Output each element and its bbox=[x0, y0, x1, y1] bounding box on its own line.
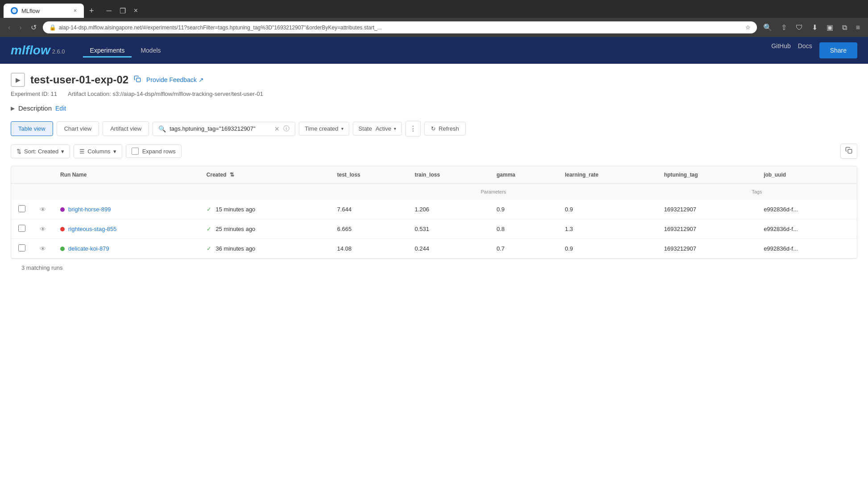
artifact-view-btn[interactable]: Artifact view bbox=[103, 121, 149, 136]
row-hptuning-tag-cell-1: 1693212907 bbox=[657, 219, 756, 239]
row-name-cell-2: delicate-koi-879 bbox=[53, 239, 199, 259]
expand-rows-label: Expand rows bbox=[142, 148, 176, 155]
tags-group-label: Tags bbox=[657, 184, 857, 200]
tab-close-btn[interactable]: × bbox=[74, 8, 77, 14]
row-eye-icon-0[interactable]: 👁 bbox=[40, 206, 46, 213]
feedback-link[interactable]: Provide Feedback ↗ bbox=[146, 76, 204, 83]
state-filter[interactable]: State Active ▾ bbox=[353, 122, 402, 136]
browser-controls-bar: ‹ › ↺ 🔒 aiap-14-dsp.mlflow.aisingapore.n… bbox=[0, 18, 868, 37]
nav-experiments[interactable]: Experiments bbox=[83, 43, 132, 58]
row-job-uuid-cell-2: e992836d-f... bbox=[756, 239, 857, 259]
nav-models[interactable]: Models bbox=[133, 43, 168, 58]
expand-rows-toggle[interactable]: Expand rows bbox=[126, 144, 182, 158]
sort-btn[interactable]: ⇅ Sort: Created ▾ bbox=[11, 144, 70, 158]
runs-table: Run Name Created ⇅ test_loss train_loss … bbox=[11, 166, 857, 259]
extensions-btn[interactable]: ⧉ bbox=[839, 22, 850, 33]
github-link[interactable]: GitHub bbox=[771, 42, 791, 58]
window-minimize-btn[interactable]: ─ bbox=[103, 4, 116, 17]
row-eye-icon-2[interactable]: 👁 bbox=[40, 245, 46, 252]
collapse-btn[interactable]: ▶ bbox=[11, 73, 25, 87]
experiment-title: test-user-01-exp-02 bbox=[30, 74, 128, 86]
row-job-uuid-cell-0: e992836d-f... bbox=[756, 200, 857, 219]
row-checkbox-0[interactable] bbox=[18, 205, 25, 212]
experiment-header: ▶ test-user-01-exp-02 Provide Feedback ↗ bbox=[11, 73, 857, 87]
search-bar[interactable]: 🔍 tags.hptuning_tag="1693212907" ✕ ⓘ bbox=[153, 122, 295, 136]
logo-flow: flow bbox=[25, 43, 50, 57]
toolbar-row1: Table view Chart view Artifact view 🔍 ta… bbox=[11, 121, 857, 136]
row-gamma-cell-0: 0.9 bbox=[489, 200, 558, 219]
run-name-link-0[interactable]: bright-horse-899 bbox=[68, 206, 111, 213]
run-dot-0 bbox=[60, 207, 65, 212]
row-gamma-cell-1: 0.8 bbox=[489, 219, 558, 239]
run-status-icon-1: ✓ bbox=[207, 226, 211, 232]
state-label: State bbox=[359, 125, 372, 132]
expand-rows-checkbox[interactable] bbox=[132, 148, 139, 155]
header-actions: GitHub Docs Share bbox=[771, 42, 857, 58]
browser-tab-active[interactable]: MLflow × bbox=[4, 4, 84, 18]
row-eye-icon-1[interactable]: 👁 bbox=[40, 226, 46, 233]
row-train-loss-cell-1: 0.531 bbox=[408, 219, 490, 239]
new-tab-btn[interactable]: + bbox=[86, 4, 98, 17]
address-bar[interactable]: 🔒 aiap-14-dsp.mlflow.aisingapore.net/#/e… bbox=[43, 21, 757, 33]
window-controls: ─ ❐ × bbox=[103, 4, 142, 17]
window-maximize-btn[interactable]: ❐ bbox=[116, 4, 129, 17]
logo-text: mlflow bbox=[11, 43, 50, 58]
download-btn[interactable]: ⬇ bbox=[809, 21, 820, 33]
row-created-cell-1: ✓ 25 minutes ago bbox=[199, 219, 330, 239]
main-nav: Experiments Models bbox=[83, 43, 168, 58]
window-close-btn[interactable]: × bbox=[130, 4, 142, 17]
menu-btn[interactable]: ≡ bbox=[853, 22, 863, 33]
description-section: ▶ Description Edit bbox=[11, 104, 857, 112]
chart-view-btn[interactable]: Chart view bbox=[57, 121, 99, 136]
copy-view-btn[interactable] bbox=[840, 144, 857, 159]
table-row: 👁 bright-horse-899 ✓ 15 minutes ago 7.64… bbox=[11, 200, 857, 219]
state-value: Active bbox=[376, 125, 391, 132]
svg-point-0 bbox=[12, 8, 17, 13]
experiment-id: Experiment ID: 11 bbox=[11, 91, 57, 97]
table-view-btn[interactable]: Table view bbox=[11, 121, 53, 136]
shield-icon: 🛡 bbox=[793, 22, 806, 33]
row-checkbox-1[interactable] bbox=[18, 225, 25, 232]
share-button[interactable]: Share bbox=[819, 42, 857, 58]
empty-group bbox=[11, 184, 330, 200]
col-created-header: Created ⇅ bbox=[199, 166, 330, 184]
search-browser-btn[interactable]: 🔍 bbox=[761, 21, 775, 33]
row-learning-rate-cell-2: 0.9 bbox=[558, 239, 657, 259]
copy-link-btn[interactable] bbox=[134, 75, 141, 84]
browser-chrome: MLflow × + ─ ❐ × ‹ › ↺ 🔒 aiap-14-dsp.mlf… bbox=[0, 0, 868, 37]
share-browser-btn[interactable]: ⇧ bbox=[778, 21, 789, 33]
forward-btn[interactable]: › bbox=[17, 22, 24, 33]
toolbar-row2: ⇅ Sort: Created ▾ ☰ Columns ▾ Expand row… bbox=[11, 144, 857, 159]
search-value: tags.hptuning_tag="1693212907" bbox=[169, 125, 271, 132]
col-test-loss-header: test_loss bbox=[330, 166, 408, 184]
description-chevron[interactable]: ▶ bbox=[11, 105, 15, 111]
run-name-link-1[interactable]: righteous-stag-855 bbox=[68, 226, 116, 232]
search-clear-btn[interactable]: ✕ bbox=[274, 125, 280, 132]
run-created-time-2: 36 minutes ago bbox=[215, 245, 255, 252]
docs-link[interactable]: Docs bbox=[798, 42, 812, 58]
columns-chevron: ▾ bbox=[113, 148, 116, 155]
more-options-btn[interactable]: ⋮ bbox=[405, 121, 421, 136]
table-row: 👁 righteous-stag-855 ✓ 25 minutes ago 6.… bbox=[11, 219, 857, 239]
search-info-icon[interactable]: ⓘ bbox=[283, 125, 289, 133]
row-test-loss-cell-1: 6.665 bbox=[330, 219, 408, 239]
col-train-loss-header: train_loss bbox=[408, 166, 490, 184]
external-link-icon: ↗ bbox=[198, 76, 204, 83]
back-btn[interactable]: ‹ bbox=[5, 22, 13, 33]
sidebar-btn[interactable]: ▣ bbox=[824, 21, 836, 33]
run-name-link-2[interactable]: delicate-koi-879 bbox=[68, 245, 109, 252]
row-created-cell-2: ✓ 36 minutes ago bbox=[199, 239, 330, 259]
refresh-btn[interactable]: ↻ Refresh bbox=[424, 122, 466, 136]
col-job-uuid-header: job_uuid bbox=[756, 166, 857, 184]
refresh-browser-btn[interactable]: ↺ bbox=[28, 21, 39, 33]
row-name-cell-1: righteous-stag-855 bbox=[53, 219, 199, 239]
time-created-filter[interactable]: Time created ▾ bbox=[299, 122, 349, 136]
description-edit-link[interactable]: Edit bbox=[55, 105, 66, 112]
sort-created-icon[interactable]: ⇅ bbox=[230, 172, 234, 178]
app-logo: mlflow 2.6.0 bbox=[11, 43, 65, 58]
table-header-row1: Run Name Created ⇅ test_loss train_loss … bbox=[11, 166, 857, 184]
row-checkbox-2[interactable] bbox=[18, 244, 25, 251]
columns-btn[interactable]: ☰ Columns ▾ bbox=[74, 144, 122, 158]
logo-ml: ml bbox=[11, 43, 25, 57]
col-learning-rate-header: learning_rate bbox=[558, 166, 657, 184]
